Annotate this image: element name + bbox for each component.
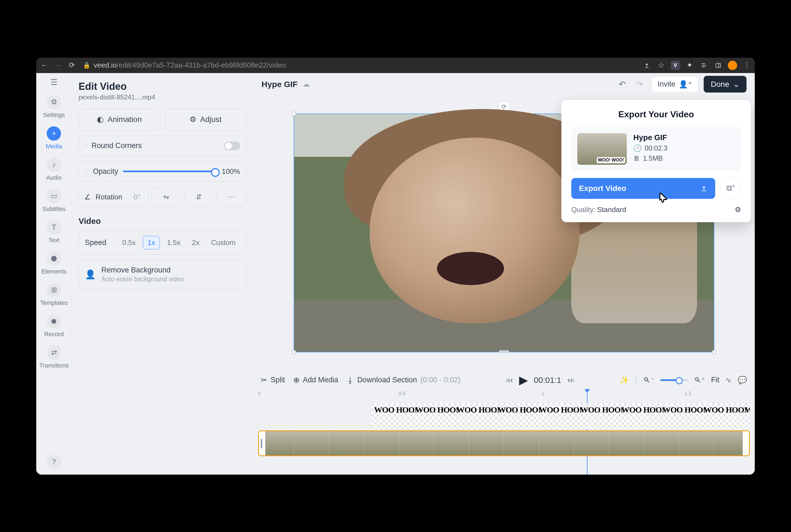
sidebar-label: Subtitles [42,206,65,213]
waveform-icon[interactable]: ∿ [725,376,732,384]
download-section-button[interactable]: ⭳ Download Section (0:00 - 0:02) [347,376,461,384]
panel-title: Edit Video [79,81,246,92]
sliders-icon: ⚙ [190,115,196,124]
flip-vertical-button[interactable]: ⇵ [184,187,213,207]
animation-button[interactable]: ◐ Animation [79,109,160,130]
export-popover: Export Your Video WOO! WOO! Hype GIF 🕒00… [561,100,751,222]
plus-circle-icon: ⊕ [293,376,300,384]
sidebar-item-transitions[interactable]: ⇄ Transitions [39,345,69,369]
bookmark-star-icon[interactable]: ☆ [656,61,666,70]
fit-button[interactable]: Fit [711,376,719,384]
hamburger-menu-icon[interactable]: ☰ [49,77,59,87]
upload-icon [700,185,708,192]
zoom-slider[interactable] [660,379,688,381]
sidebar-help[interactable]: ? [47,455,61,469]
speed-15x[interactable]: 1.5x [162,236,185,249]
step-forward-button[interactable]: ⏭ [567,376,575,384]
clip-trim-left[interactable] [261,439,262,448]
sidebar: ☰ ⚙ Settings + Media ♪ Audio ▭ Subtitles… [36,73,72,475]
sidebar-item-templates[interactable]: ⊞ Templates [40,283,67,306]
stage[interactable]: ⟳ Export Your Video WOO! [253,96,755,370]
redo-button[interactable]: ↷ [634,78,646,90]
clip-trim-right[interactable] [746,439,747,448]
round-corners-icon: ◝ [85,143,86,148]
sidebar-item-audio[interactable]: ♪ Audio [46,158,61,181]
reload-icon[interactable]: ⟳ [67,60,77,70]
sidebar-label: Record [44,331,64,338]
round-corners-toggle[interactable] [224,141,240,150]
extensions-puzzle-icon[interactable]: ✦ [685,61,694,70]
speed-1x[interactable]: 1x [143,236,159,249]
export-duration: 00:02.3 [644,144,668,152]
person-icon: 👤 [85,269,96,280]
sidebar-label: Transitions [39,362,69,369]
export-preset-button[interactable]: ⧉⁺ [720,178,741,199]
video-track[interactable] [258,430,750,456]
undo-button[interactable]: ↶ [616,78,629,90]
sidebar-label: Elements [41,268,67,275]
export-size: 1.5MB [643,154,663,162]
export-card: WOO! WOO! Hype GIF 🕒00:02.3 🗎1.5MB [571,127,741,171]
step-back-button[interactable]: ⏮ [506,376,513,384]
back-icon[interactable]: ← [40,60,50,70]
remove-background-row[interactable]: 👤 Remove Background Auto-erase backgroun… [79,260,246,289]
play-button[interactable]: ▶ [519,373,528,387]
sticker-track[interactable]: WOO HOO! WOO HOO! WOO HOO! WOO HOO! WOO … [371,403,750,429]
add-media-button[interactable]: ⊕ Add Media [293,376,339,384]
profile-avatar[interactable] [728,61,737,70]
resize-handle-br[interactable] [712,350,716,354]
kebab-menu-icon[interactable]: ⋮ [742,61,751,70]
camera-icon: ⏺ [47,314,61,328]
sidebar-label: Templates [40,299,67,306]
file-icon: 🗎 [633,154,640,162]
speed-custom[interactable]: Custom [207,236,240,249]
opacity-slider[interactable] [123,171,217,172]
sidebar-item-media[interactable]: + Media [46,126,62,150]
url-bar[interactable]: 🔒 veed.io/edit/49d0e7a5-72aa-431b-a7bd-e… [81,61,638,70]
sidebar-label: Settings [43,112,65,119]
zoom-out-button[interactable]: 🔍︎⁻ [643,376,654,384]
resize-handle-tl[interactable] [292,112,296,116]
animation-icon: ◐ [97,115,103,124]
share-icon[interactable] [642,61,652,70]
sidebar-label: Text [49,237,59,244]
shape-icon: ⬣ [47,252,61,266]
topbar: Hype GIF ☁ ↶ ↷ Invite 👤⁺ Done ⌄ [253,73,755,96]
sidebar-item-subtitles[interactable]: ▭ Subtitles [42,189,65,213]
flip-horizontal-button[interactable]: ⇋ [151,187,181,207]
properties-panel: Edit Video pexels-distill-85241....mp4 ◐… [72,73,253,475]
help-icon: ? [47,455,61,469]
gear-icon: ⚙ [47,95,61,109]
forward-icon[interactable]: → [53,60,63,70]
gear-icon[interactable]: ⚙ [735,206,741,214]
timeline-ruler[interactable]: 0 0.5 1 1.5 2 [253,390,755,401]
project-name[interactable]: Hype GIF [262,80,298,89]
resize-handle-bottom[interactable] [499,350,509,353]
sidebar-item-elements[interactable]: ⬣ Elements [41,252,67,275]
adjust-button[interactable]: ⚙ Adjust [165,109,247,130]
svg-rect-0 [716,63,721,67]
more-options-button[interactable]: ⋯ [217,187,246,207]
browser-window: ← → ⟳ 🔒 veed.io/edit/49d0e7a5-72aa-431b-… [36,58,755,475]
round-corners-row: ◝ Round Corners [79,136,246,156]
transition-icon: ⇄ [47,345,61,360]
rotation-field[interactable]: ∠ Rotation 0° [79,187,148,207]
resize-handle-bl[interactable] [292,350,296,354]
zoom-in-button[interactable]: 🔍︎⁺ [694,376,705,384]
speed-2x[interactable]: 2x [188,236,204,249]
sidebar-item-settings[interactable]: ⚙ Settings [43,95,65,119]
speed-row: Speed 0.5x 1x 1.5x 2x Custom [79,231,246,254]
invite-button[interactable]: Invite 👤⁺ [652,76,698,92]
speed-05x[interactable]: 0.5x [118,236,140,249]
sidebar-item-text[interactable]: T Text [47,220,61,244]
done-button[interactable]: Done ⌄ [704,76,747,93]
split-button[interactable]: ✂ Split [261,376,285,384]
export-video-button[interactable]: Export Video [571,178,715,199]
reading-list-icon[interactable] [699,61,709,70]
magic-icon[interactable]: ✨ [620,376,629,384]
panel-icon[interactable] [714,61,723,70]
comment-icon[interactable]: 💬 [738,376,747,384]
sidebar-item-record[interactable]: ⏺ Record [44,314,64,338]
extension-badge[interactable]: V [671,61,680,70]
export-quality-row[interactable]: Quality: Standard ⚙ [571,206,741,214]
